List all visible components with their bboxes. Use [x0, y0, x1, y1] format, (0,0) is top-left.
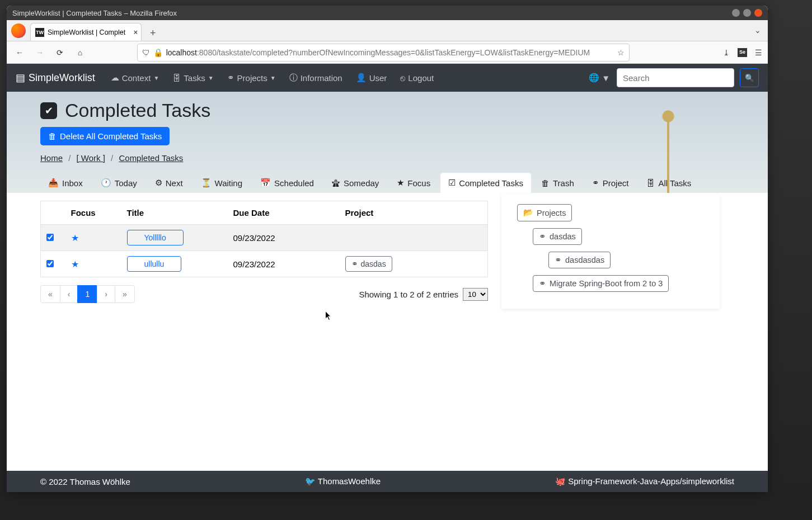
calendar-icon: 📅: [260, 178, 271, 188]
tab-inbox[interactable]: 📥Inbox: [40, 173, 91, 193]
nav-logout[interactable]: ⎋Logout: [395, 69, 439, 87]
back-button[interactable]: ←: [12, 45, 27, 60]
app-navbar: ▤ SimpleWorklist ☁Context▼ 🗄Tasks▼ ⚭Proj…: [7, 64, 768, 92]
nav-user[interactable]: 👤User: [350, 68, 393, 87]
firefox-logo-icon: [11, 23, 26, 38]
selenium-icon[interactable]: Se: [738, 48, 747, 57]
home-button[interactable]: ⌂: [73, 45, 87, 60]
inbox-icon: 📥: [48, 178, 59, 188]
main-area: Focus Title Due Date Project ★Yolllllo09…: [7, 193, 768, 471]
search-input[interactable]: [617, 68, 734, 87]
search-icon: 🔍: [745, 74, 754, 82]
breadcrumb: Home / [ Work ] / Completed Tasks: [40, 153, 734, 163]
tab-someday[interactable]: 🛣Someday: [324, 173, 387, 193]
search-button[interactable]: 🔍: [740, 68, 759, 87]
page-content: ▤ SimpleWorklist ☁Context▼ 🗄Tasks▼ ⚭Proj…: [7, 64, 768, 492]
row-checkbox[interactable]: [46, 260, 54, 267]
trash-icon: 🗑: [541, 178, 550, 188]
browser-toolbar: ← → ⟳ ⌂ 🛡 🔒 localhost:8080/taskstate/com…: [7, 41, 768, 64]
tab-completed[interactable]: ☑Completed Tasks: [440, 173, 531, 193]
reload-button[interactable]: ⟳: [53, 45, 67, 60]
nav-tasks[interactable]: 🗄Tasks▼: [167, 69, 219, 87]
pocket-icon[interactable]: ⤓: [723, 48, 730, 57]
sidebar-project-item[interactable]: ⚭Migrate Spring-Boot from 2 to 3: [533, 275, 669, 292]
tab-focus[interactable]: ★Focus: [389, 173, 438, 193]
nav-context[interactable]: ☁Context▼: [105, 68, 165, 87]
task-title-link[interactable]: Yolllllo: [127, 230, 184, 245]
trash-icon: 🗑: [48, 131, 57, 141]
tasks-table: Focus Title Due Date Project ★Yolllllo09…: [40, 201, 488, 277]
new-tab-button[interactable]: +: [145, 25, 161, 41]
th-due[interactable]: Due Date: [228, 201, 340, 225]
minimize-button[interactable]: [732, 9, 740, 17]
url-bar[interactable]: 🛡 🔒 localhost:8080/taskstate/completed?n…: [137, 44, 630, 62]
sidebar-project-item[interactable]: ⚭dasdasdas: [548, 252, 611, 268]
browser-window: SimpleWorklist | Completed Tasks – Mozil…: [7, 6, 768, 492]
browser-tab-title: SimpleWorklist | Complet: [48, 29, 125, 36]
breadcrumb-current[interactable]: Completed Tasks: [119, 153, 183, 163]
tab-waiting[interactable]: ⏳Waiting: [193, 173, 250, 193]
page-next[interactable]: ›: [97, 285, 115, 303]
tab-next[interactable]: ⚙Next: [147, 173, 191, 193]
menu-button[interactable]: ☰: [755, 48, 762, 57]
branch-icon: ⚭: [227, 73, 234, 83]
forward-button[interactable]: →: [32, 45, 47, 60]
window-titlebar: SimpleWorklist | Completed Tasks – Mozil…: [7, 6, 768, 20]
task-due: 09/23/2022: [228, 251, 340, 277]
check-icon: ✔: [40, 102, 57, 119]
th-focus[interactable]: Focus: [65, 201, 121, 225]
twitter-icon: 🐦: [305, 476, 316, 486]
nav-information[interactable]: ⓘInformation: [284, 68, 348, 88]
tab-project[interactable]: ⚭Project: [584, 173, 637, 193]
sidebar-project-item[interactable]: ⚭dasdas: [533, 228, 582, 245]
branch-icon: ⚭: [592, 178, 599, 188]
shield-icon: 🛡: [142, 48, 150, 57]
road-icon: 🛣: [332, 178, 340, 188]
page-size-select[interactable]: 10: [463, 288, 488, 301]
th-title[interactable]: Title: [121, 201, 228, 225]
language-button[interactable]: 🌐▼: [584, 69, 614, 86]
row-checkbox[interactable]: [46, 234, 54, 241]
close-window-button[interactable]: [754, 9, 762, 17]
browser-tab[interactable]: TW SimpleWorklist | Complet ×: [30, 23, 142, 41]
tab-scheduled[interactable]: 📅Scheduled: [252, 173, 322, 193]
window-controls: [732, 9, 762, 17]
logout-icon: ⎋: [400, 73, 405, 83]
state-tabs: 📥Inbox 🕐Today ⚙Next ⏳Waiting 📅Scheduled …: [40, 173, 734, 193]
task-project-link[interactable]: ⚭dasdas: [345, 256, 392, 272]
table-row: ★ullullu09/23/2022⚭dasdas: [41, 251, 488, 277]
focus-star-icon[interactable]: ★: [71, 259, 79, 269]
sidebar-projects-root[interactable]: 📂 Projects: [517, 204, 572, 221]
info-icon: ⓘ: [289, 73, 298, 83]
footer-github[interactable]: Spring-Framework-Java-Apps/simpleworklis…: [568, 476, 734, 486]
close-tab-button[interactable]: ×: [134, 29, 138, 36]
database-icon: 🗄: [172, 73, 181, 83]
breadcrumb-work[interactable]: [ Work ]: [77, 153, 105, 163]
tab-today[interactable]: 🕐Today: [93, 173, 145, 193]
delete-all-button[interactable]: 🗑 Delete All Completed Tasks: [40, 127, 170, 145]
focus-star-icon[interactable]: ★: [71, 233, 79, 243]
bookmark-button[interactable]: ☆: [617, 48, 625, 57]
gears-icon: ⚙: [155, 178, 162, 188]
footer-twitter[interactable]: ThomasWoehlke: [318, 476, 381, 486]
th-project[interactable]: Project: [340, 201, 488, 225]
branch-icon: ⚭: [555, 256, 562, 264]
page-first[interactable]: «: [40, 285, 60, 303]
hourglass-icon: ⏳: [201, 178, 212, 188]
brand[interactable]: ▤ SimpleWorklist: [16, 72, 95, 84]
nav-projects[interactable]: ⚭Projects▼: [222, 68, 281, 87]
branch-icon: ⚭: [539, 279, 546, 288]
tab-all[interactable]: 🗄All Tasks: [639, 173, 699, 193]
page-1[interactable]: 1: [77, 285, 97, 303]
breadcrumb-home[interactable]: Home: [40, 153, 63, 163]
tab-trash[interactable]: 🗑Trash: [533, 173, 582, 193]
check-square-icon: ☑: [448, 178, 456, 188]
page-prev[interactable]: ‹: [60, 285, 78, 303]
task-title-link[interactable]: ullullu: [127, 256, 182, 272]
browser-tabbar: TW SimpleWorklist | Complet × + ⌄: [7, 20, 768, 41]
page-last[interactable]: »: [115, 285, 135, 303]
window-title: SimpleWorklist | Completed Tasks – Mozil…: [12, 9, 732, 17]
tabs-dropdown-button[interactable]: ⌄: [754, 26, 761, 35]
branch-icon: ⚭: [539, 232, 546, 241]
maximize-button[interactable]: [743, 9, 751, 17]
